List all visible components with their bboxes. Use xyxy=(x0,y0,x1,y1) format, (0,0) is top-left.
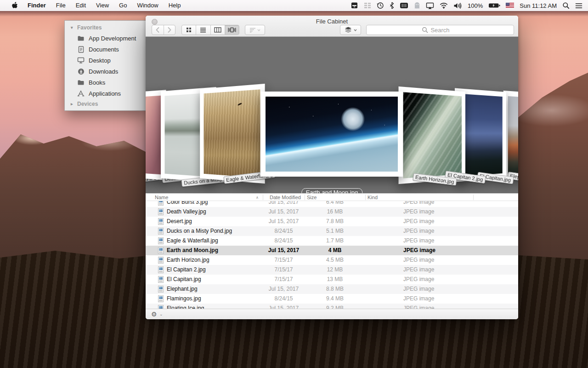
column-header-name[interactable]: Name xyxy=(155,194,168,201)
sidebar-section-favorites[interactable]: ▾Favorites xyxy=(65,23,146,33)
file-date-modified: 8/24/15 xyxy=(263,294,305,304)
spotlight-icon[interactable] xyxy=(562,2,570,9)
sidebar-item-app-development[interactable]: App Development xyxy=(65,33,146,44)
disclosure-triangle-icon[interactable]: ▸ xyxy=(71,102,77,106)
menu-bar-status: 100% Sun 11:12 AM xyxy=(351,2,588,9)
file-kind: JPEG image xyxy=(403,275,434,284)
menu-window[interactable]: Window xyxy=(132,0,163,11)
file-date-modified: 7/15/17 xyxy=(263,265,305,275)
file-name: Color Burst 3.jpg xyxy=(167,201,261,207)
cover-eagle[interactable] xyxy=(200,84,265,184)
jpeg-file-icon xyxy=(158,266,164,273)
coverflow-view-button[interactable] xyxy=(225,25,239,34)
file-date-modified: 8/24/15 xyxy=(263,226,305,236)
file-name: Ducks on a Misty Pond.jpg xyxy=(167,226,261,236)
column-header-kind[interactable]: Kind xyxy=(368,194,378,201)
cover-photo-earth-horizon xyxy=(403,92,462,178)
file-row-earth-horizon-jpg[interactable]: Earth Horizon.jpg7/15/174.5 MBJPEG image xyxy=(146,255,518,265)
file-row-el-capitan-jpg[interactable]: El Capitan.jpg7/15/1713 MBJPEG image xyxy=(146,275,518,284)
list-view-button[interactable] xyxy=(196,25,210,34)
ghost-icon[interactable] xyxy=(414,2,420,9)
arrange-button[interactable] xyxy=(245,25,265,35)
file-size: 7.8 MB xyxy=(305,217,365,226)
sidebar-item-downloads[interactable]: Downloads xyxy=(65,66,146,77)
column-divider[interactable] xyxy=(473,195,474,200)
file-name: Flamingos.jpg xyxy=(167,294,261,304)
file-name: Death Valley.jpg xyxy=(167,207,261,217)
file-name: Eagle & Waterfall.jpg xyxy=(167,236,261,246)
cover-photo-el-capitan-2 xyxy=(459,94,503,177)
file-row-ducks-on-a-misty-pond-jpg[interactable]: Ducks on a Misty Pond.jpg8/24/155.1 MBJP… xyxy=(146,226,518,236)
file-row-floating-ice-jpg[interactable]: Floating Ice.jpgJul 15, 20179.2 MBJPEG i… xyxy=(146,304,518,309)
column-header-size[interactable]: Size xyxy=(307,194,317,201)
file-row-color-burst-3-jpg[interactable]: Color Burst 3.jpgJul 15, 20176.4 MBJPEG … xyxy=(146,201,518,207)
action-gear-icon[interactable]: ⚙ xyxy=(151,310,157,319)
file-row-earth-and-moon-jpg[interactable]: Earth and Moon.jpgJul 15, 20174 MBJPEG i… xyxy=(146,246,518,255)
column-header-date-modified[interactable]: Date Modified xyxy=(270,194,301,201)
sidebar-item-books[interactable]: Books xyxy=(65,77,146,88)
nav-buttons xyxy=(152,25,175,35)
column-view-button[interactable] xyxy=(211,25,225,34)
rows-icon[interactable] xyxy=(364,2,371,9)
column-divider[interactable] xyxy=(365,195,366,200)
column-divider[interactable] xyxy=(305,195,305,200)
coverflow-area: Earth and Moon.jpg Death Valley.jpgDeser… xyxy=(146,37,518,193)
list-header: Name ∧ Date Modified Size Kind xyxy=(146,193,518,201)
battery-icon[interactable] xyxy=(488,2,500,9)
volume-icon[interactable] xyxy=(453,2,462,9)
time-machine-icon[interactable] xyxy=(377,2,384,9)
file-size: 16 MB xyxy=(305,207,365,217)
sidebar-item-applications[interactable]: Applications xyxy=(65,88,146,99)
sidebar-item-documents[interactable]: Documents xyxy=(65,44,146,55)
file-kind: JPEG image xyxy=(403,304,434,309)
apple-menu-icon[interactable] xyxy=(6,2,23,10)
window-titlebar[interactable]: File Cabinet xyxy=(146,16,518,37)
jpeg-file-icon xyxy=(158,276,164,283)
file-size: 12 MB xyxy=(305,265,365,275)
file-row-desert-jpg[interactable]: Desert.jpgJul 15, 20177.8 MBJPEG image xyxy=(146,217,518,226)
sidebar-item-desktop[interactable]: Desktop xyxy=(65,55,146,66)
file-date-modified: 7/15/17 xyxy=(263,255,305,265)
search-input[interactable] xyxy=(367,25,514,34)
cover-center[interactable] xyxy=(260,92,403,177)
notification-center-icon[interactable] xyxy=(575,3,582,9)
folder-icon xyxy=(77,34,85,42)
applications-icon xyxy=(77,90,85,97)
menu-help[interactable]: Help xyxy=(164,0,186,11)
document-icon xyxy=(77,46,85,53)
column-divider[interactable] xyxy=(263,195,263,200)
file-row-elephant-jpg[interactable]: Elephant.jpgJul 15, 20178.8 MBJPEG image xyxy=(146,284,518,294)
back-button[interactable] xyxy=(152,25,164,34)
file-size: 4 MB xyxy=(305,246,365,255)
file-cabinet-icon[interactable] xyxy=(351,2,358,9)
us-flag-icon[interactable] xyxy=(506,3,514,8)
file-list: Color Burst 3.jpgJul 15, 20176.4 MBJPEG … xyxy=(146,201,518,309)
file-row-el-capitan-2-jpg[interactable]: El Capitan 2.jpg7/15/1712 MBJPEG image xyxy=(146,265,518,275)
disclosure-triangle-icon[interactable]: ▾ xyxy=(71,25,77,30)
wifi-icon[interactable] xyxy=(440,2,448,9)
menu-finder[interactable]: Finder xyxy=(23,0,51,11)
cover-earth-horizon[interactable] xyxy=(399,86,466,184)
forward-button[interactable] xyxy=(164,25,175,34)
icon-view-button[interactable] xyxy=(182,25,196,34)
window-status-bar: ⚙ ⌄ xyxy=(146,309,518,319)
menu-file[interactable]: File xyxy=(51,0,71,11)
file-kind: JPEG image xyxy=(403,265,434,275)
jpeg-file-icon xyxy=(158,218,164,225)
bluetooth-icon[interactable] xyxy=(390,2,394,9)
file-kind: JPEG image xyxy=(403,294,434,304)
menu-edit[interactable]: Edit xyxy=(71,0,91,11)
file-row-eagle-waterfall-jpg[interactable]: Eagle & Waterfall.jpg8/24/151.7 MBJPEG i… xyxy=(146,236,518,246)
airplay-icon[interactable] xyxy=(426,2,434,9)
menu-view[interactable]: View xyxy=(91,0,114,11)
file-row-flamingos-jpg[interactable]: Flamingos.jpg8/24/159.4 MBJPEG image xyxy=(146,294,518,304)
keyboard-icon[interactable] xyxy=(400,2,408,9)
file-row-death-valley-jpg[interactable]: Death Valley.jpgJul 15, 201716 MBJPEG im… xyxy=(146,207,518,217)
action-stack-button[interactable] xyxy=(340,25,361,35)
menu-bar-clock[interactable]: Sun 11:12 AM xyxy=(520,2,557,9)
file-date-modified: Jul 15, 2017 xyxy=(263,284,305,294)
menu-bar: Finder File Edit View Go Window Help xyxy=(0,0,588,11)
menu-go[interactable]: Go xyxy=(114,0,132,11)
sidebar-section-devices[interactable]: ▸Devices xyxy=(65,99,146,109)
file-kind: JPEG image xyxy=(403,201,434,207)
